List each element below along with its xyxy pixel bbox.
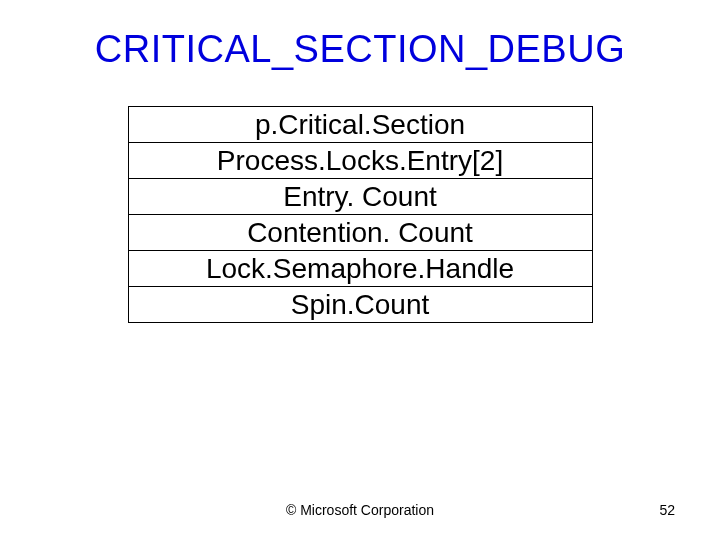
table-row: Lock.Semaphore.Handle <box>128 251 592 287</box>
struct-field: Process.Locks.Entry[2] <box>128 143 592 179</box>
struct-field: Spin.Count <box>128 287 592 323</box>
struct-field: Contention. Count <box>128 215 592 251</box>
struct-field: Entry. Count <box>128 179 592 215</box>
table-row: Contention. Count <box>128 215 592 251</box>
table-row: Process.Locks.Entry[2] <box>128 143 592 179</box>
struct-table: p.Critical.Section Process.Locks.Entry[2… <box>128 106 593 323</box>
slide: CRITICAL_SECTION_DEBUG p.Critical.Sectio… <box>0 0 720 540</box>
table-row: Entry. Count <box>128 179 592 215</box>
slide-title: CRITICAL_SECTION_DEBUG <box>40 28 680 71</box>
page-number: 52 <box>659 502 675 518</box>
struct-field: Lock.Semaphore.Handle <box>128 251 592 287</box>
footer-copyright: © Microsoft Corporation <box>0 502 720 518</box>
table-row: p.Critical.Section <box>128 107 592 143</box>
table-row: Spin.Count <box>128 287 592 323</box>
struct-field: p.Critical.Section <box>128 107 592 143</box>
